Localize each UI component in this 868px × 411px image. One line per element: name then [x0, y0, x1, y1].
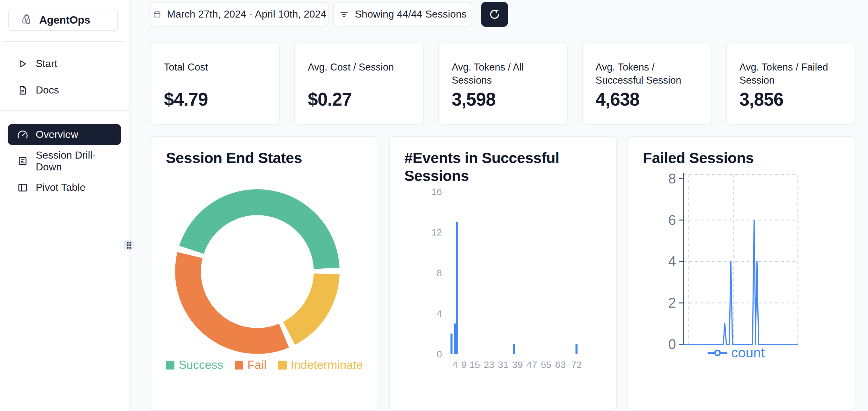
session-end-states-donut-chart	[151, 137, 378, 357]
stat-label: Total Cost	[164, 61, 263, 74]
panel-session-end-states: Session End States SuccessFailIndetermin…	[151, 136, 378, 411]
event-bar	[456, 222, 458, 354]
count-legend-label: count	[731, 345, 765, 360]
legend-swatch	[235, 361, 243, 370]
x-tick-label: 15	[469, 359, 480, 370]
grip-dots-icon	[127, 242, 131, 248]
toolbar: March 27th, 2024 - April 10th, 2024 Show…	[151, 2, 855, 27]
x-tick-label: 72	[571, 359, 582, 370]
stat-label: Avg. Tokens / Failed Session	[740, 61, 838, 87]
sidebar-item-label: Docs	[36, 84, 59, 96]
date-range-label: March 27th, 2024 - April 10th, 2024	[167, 8, 327, 20]
stat-label: Avg. Tokens / Successful Session	[596, 61, 694, 87]
y-tick-label: 12	[431, 227, 442, 237]
donut-slice-fail	[175, 252, 289, 354]
x-tick-label: 47	[526, 359, 537, 370]
sidebar-item-docs[interactable]: Docs	[8, 80, 121, 101]
sidebar-item-label: Overview	[36, 128, 78, 140]
count-line	[683, 220, 798, 344]
main-content: March 27th, 2024 - April 10th, 2024 Show…	[129, 0, 868, 411]
sessions-filter-label: Showing 44/44 Sessions	[355, 8, 467, 20]
sidebar-item-pivot-table[interactable]: Pivot Table	[8, 177, 121, 198]
failed-sessions-line-chart: 02468	[628, 137, 855, 411]
paperclip-logo-icon	[19, 12, 34, 27]
x-tick-label: 31	[498, 359, 508, 370]
sidebar-item-label: Session Drill-Down	[36, 149, 121, 173]
y-tick-label: 0	[669, 336, 676, 352]
sidebar-divider	[3, 41, 124, 42]
refresh-button[interactable]	[481, 2, 508, 27]
sidebar-item-start[interactable]: Start	[8, 53, 121, 75]
app-logo[interactable]: AgentOps	[8, 9, 118, 31]
event-bar	[576, 344, 578, 354]
event-bar	[451, 333, 453, 354]
sidebar-item-label: Start	[36, 58, 57, 69]
sidebar-item-label: Pivot Table	[36, 182, 86, 194]
stat-value: 3,598	[452, 89, 496, 110]
legend-item-indeterminate[interactable]: Indeterminate	[278, 358, 363, 372]
y-tick-label: 2	[669, 295, 676, 311]
sidebar-divider	[0, 110, 129, 111]
play-icon	[17, 58, 28, 69]
x-tick-label: 23	[484, 359, 494, 370]
refresh-icon	[488, 8, 501, 21]
stat-card: Avg. Tokens / Failed Session3,856	[726, 43, 855, 124]
legend-item-fail[interactable]: Fail	[235, 358, 267, 372]
pivot-layout-icon	[17, 182, 28, 193]
stat-card: Avg. Cost / Session$0.27	[294, 43, 424, 124]
charts-row: Session End States SuccessFailIndetermin…	[151, 136, 855, 411]
gauge-icon	[17, 129, 28, 140]
y-tick-label: 0	[437, 349, 442, 359]
x-tick-label: 9	[461, 359, 467, 370]
y-tick-label: 4	[437, 308, 442, 319]
stat-card: Avg. Tokens / Successful Session4,638	[582, 43, 711, 124]
y-tick-label: 6	[669, 212, 676, 228]
docs-icon	[17, 85, 28, 96]
x-tick-label: 4	[453, 359, 458, 370]
legend-swatch	[278, 361, 287, 370]
sidebar-drag-handle[interactable]	[124, 240, 134, 250]
sidebar-nav: StartDocsOverviewSession Drill-DownPivot…	[8, 53, 121, 198]
donut-legend: SuccessFailIndeterminate	[151, 358, 377, 372]
stat-value: $4.79	[164, 89, 208, 110]
legend-swatch	[166, 361, 175, 370]
legend-label: Fail	[247, 358, 267, 372]
document-lines-icon	[17, 156, 28, 167]
panel-events-histogram: #Events in Successful Sessions 048121649…	[389, 136, 617, 411]
count-legend-marker-icon	[707, 349, 728, 357]
legend-item-success[interactable]: Success	[166, 358, 223, 372]
donut-slice-success	[179, 189, 340, 269]
y-tick-label: 16	[431, 186, 442, 197]
panel-failed-sessions: Failed Sessions 02468 count	[627, 136, 855, 411]
event-bar	[454, 324, 456, 354]
stat-card: Total Cost$4.79	[151, 43, 280, 124]
stat-label: Avg. Cost / Session	[308, 61, 407, 74]
y-tick-label: 4	[669, 253, 676, 269]
app-title: AgentOps	[39, 14, 90, 26]
legend-label: Success	[179, 358, 223, 372]
x-tick-label: 39	[512, 359, 523, 370]
legend-label: Indeterminate	[291, 358, 363, 372]
filter-icon	[339, 9, 349, 20]
sessions-filter-button[interactable]: Showing 44/44 Sessions	[333, 2, 472, 27]
events-bar-chart: 0481216491523313947556372	[390, 137, 617, 411]
stat-label: Avg. Tokens / All Sessions	[452, 61, 550, 87]
sidebar-item-overview[interactable]: Overview	[8, 124, 121, 145]
count-legend[interactable]: count	[707, 345, 765, 360]
sidebar: AgentOps StartDocsOverviewSession Drill-…	[0, 0, 129, 411]
date-range-button[interactable]: March 27th, 2024 - April 10th, 2024	[151, 2, 329, 27]
donut-slice-indeterminate	[283, 273, 340, 345]
sidebar-item-session-drill-down[interactable]: Session Drill-Down	[8, 150, 121, 172]
y-tick-label: 8	[437, 268, 442, 278]
stat-card: Avg. Tokens / All Sessions3,598	[438, 43, 567, 124]
stat-value: 4,638	[596, 89, 640, 110]
y-tick-label: 8	[669, 171, 676, 186]
calendar-icon	[153, 10, 161, 19]
stats-row: Total Cost$4.79Avg. Cost / Session$0.27A…	[151, 43, 855, 124]
event-bar	[513, 344, 515, 354]
x-tick-label: 55	[541, 359, 551, 370]
stat-value: 3,856	[740, 89, 783, 110]
x-tick-label: 63	[555, 359, 566, 370]
stat-value: $0.27	[308, 89, 352, 110]
